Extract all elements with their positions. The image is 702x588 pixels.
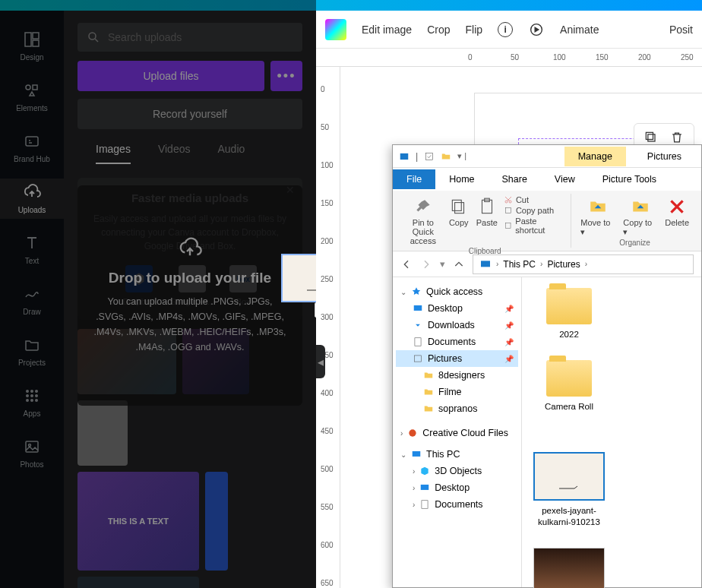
drag-preview: + Copy xyxy=(281,254,316,302)
explorer-ribbon: Pin to Quick access Copy Paste Cut Copy … xyxy=(393,191,701,251)
svg-rect-0 xyxy=(25,33,31,46)
explorer-addressbar: ▾ › This PC › Pictures › xyxy=(393,251,701,277)
svg-rect-4 xyxy=(33,85,37,90)
explorer-files: 2022 Camera Roll pexels-jayant-kulkarni-… xyxy=(522,277,701,587)
up-icon[interactable] xyxy=(453,258,465,270)
svg-rect-20 xyxy=(646,132,653,139)
svg-rect-29 xyxy=(505,208,511,213)
menu-home[interactable]: Home xyxy=(435,169,488,189)
tree-3dobjects[interactable]: ›3D Objects xyxy=(396,463,518,479)
tree-documents2[interactable]: ›Documents xyxy=(396,496,518,513)
svg-rect-34 xyxy=(414,356,421,362)
tab-audio[interactable]: Audio xyxy=(217,143,245,164)
sidebar-item-projects[interactable]: Projects xyxy=(0,331,64,371)
thumbnail[interactable]: THIS IS A TEXT xyxy=(77,472,199,571)
svg-rect-38 xyxy=(422,501,428,509)
drop-title: Drop to upload your file xyxy=(109,270,271,286)
drop-overlay: Drop to upload your file You can upload … xyxy=(77,185,302,406)
sidebar-item-photos[interactable]: Photos xyxy=(0,433,64,473)
upload-tabs: Images Videos Audio xyxy=(77,143,302,164)
collapse-panel-button[interactable]: ◂ xyxy=(316,345,325,378)
tree-documents[interactable]: Documents📌 xyxy=(396,334,518,350)
menu-view[interactable]: View xyxy=(541,169,589,189)
upload-cloud-icon xyxy=(178,236,202,261)
explorer-menu: File Home Share View Picture Tools xyxy=(393,168,701,191)
tree-quick-access[interactable]: ⌄Quick access xyxy=(396,283,518,300)
folder-2022[interactable]: 2022 xyxy=(533,288,606,340)
svg-point-6 xyxy=(26,390,29,393)
thumbnail[interactable] xyxy=(205,472,228,571)
cut-button[interactable]: Cut xyxy=(504,195,566,204)
flip-button[interactable]: Flip xyxy=(466,24,483,36)
paste-button[interactable]: Paste xyxy=(475,195,499,229)
search-input[interactable] xyxy=(108,31,293,43)
tab-videos[interactable]: Videos xyxy=(158,143,191,164)
svg-rect-33 xyxy=(415,338,421,346)
search-uploads[interactable] xyxy=(77,23,302,52)
menu-file[interactable]: File xyxy=(393,169,435,189)
uploads-panel: Upload files ••• Record yourself Images … xyxy=(64,11,316,588)
checkbox-icon[interactable] xyxy=(424,151,435,162)
tree-filme[interactable]: Filme xyxy=(396,384,518,400)
tree-sopranos[interactable]: sopranos xyxy=(396,400,518,417)
thumbnail[interactable] xyxy=(77,400,128,466)
trash-icon[interactable] xyxy=(669,130,685,145)
file-pretty-girl-image[interactable]: pretty-girl-images-2560x1600-wallpaper-c… xyxy=(533,548,606,588)
svg-rect-1 xyxy=(33,33,39,39)
svg-rect-19 xyxy=(648,134,655,141)
ruler-horizontal: 050100150200250300350400450 xyxy=(316,49,702,67)
copy-button[interactable]: Copy xyxy=(447,195,470,229)
pin-quickaccess-button[interactable]: Pin to Quick access xyxy=(403,195,443,247)
record-yourself-button[interactable]: Record yourself xyxy=(77,99,302,129)
svg-point-10 xyxy=(30,394,33,397)
address-path[interactable]: › This PC › Pictures › xyxy=(473,254,694,274)
tree-8designers[interactable]: 8designers xyxy=(396,367,518,384)
paste-shortcut-button[interactable]: Paste shortcut xyxy=(504,217,566,235)
sidebar-item-text[interactable]: Text xyxy=(0,229,64,270)
info-icon[interactable]: i xyxy=(498,22,513,37)
copyto-button[interactable]: Copy to ▾ xyxy=(621,195,659,239)
title-pictures: Pictures xyxy=(634,147,695,166)
tree-downloads[interactable]: Downloads📌 xyxy=(396,317,518,334)
animate-button[interactable]: Animate xyxy=(560,24,599,36)
tree-desktop[interactable]: Desktop📌 xyxy=(396,300,518,317)
tree-desktop2[interactable]: ›Desktop xyxy=(396,479,518,496)
copy-badge: + Copy xyxy=(315,302,316,318)
tree-creative-cloud[interactable]: ›Creative Cloud Files xyxy=(396,425,518,441)
position-button[interactable]: Posit xyxy=(669,24,693,36)
tree-pictures[interactable]: Pictures📌 xyxy=(396,350,518,367)
sidebar-item-draw[interactable]: Draw xyxy=(0,280,64,321)
sidebar-item-brandhub[interactable]: Brand Hub xyxy=(0,128,64,168)
file-pexels-image[interactable]: pexels-jayant-kulkarni-910213 xyxy=(533,452,606,528)
svg-point-14 xyxy=(35,399,38,402)
sidebar-item-uploads[interactable]: Uploads xyxy=(0,179,64,219)
folder-cameraroll[interactable]: Camera Roll xyxy=(533,360,606,413)
thumbnail[interactable]: We've been building houses xyxy=(77,577,199,588)
pc-icon xyxy=(479,258,492,270)
tree-this-pc[interactable]: ⌄This PC xyxy=(396,446,518,463)
sidebar-item-apps[interactable]: Apps xyxy=(0,382,64,422)
duplicate-icon[interactable] xyxy=(644,130,659,145)
upload-more-button[interactable]: ••• xyxy=(270,61,302,91)
color-swatch[interactable] xyxy=(325,19,346,40)
sidebar-item-elements[interactable]: Elements xyxy=(0,77,64,117)
moveto-button[interactable]: Move to ▾ xyxy=(579,195,617,239)
svg-rect-36 xyxy=(413,451,421,457)
edit-image-button[interactable]: Edit image xyxy=(362,24,412,36)
forward-icon[interactable] xyxy=(420,258,432,270)
menu-share[interactable]: Share xyxy=(489,169,541,189)
svg-rect-30 xyxy=(505,223,511,229)
copy-path-button[interactable]: Copy path xyxy=(504,206,566,215)
menu-picture-tools[interactable]: Picture Tools xyxy=(589,169,670,189)
svg-rect-15 xyxy=(26,441,38,452)
tab-images[interactable]: Images xyxy=(96,143,131,164)
back-icon[interactable] xyxy=(400,258,413,270)
explorer-titlebar: | ▾ | Manage Pictures xyxy=(393,145,701,168)
upload-files-button[interactable]: Upload files xyxy=(77,61,264,91)
sidebar-item-design[interactable]: Design xyxy=(0,26,64,66)
window-icon xyxy=(399,151,410,162)
canvas-toolbar: Edit image Crop Flip i Animate Posit xyxy=(316,11,702,49)
crop-button[interactable]: Crop xyxy=(427,24,450,36)
delete-button[interactable]: Delete xyxy=(663,195,691,229)
tab-manage[interactable]: Manage xyxy=(564,147,626,166)
